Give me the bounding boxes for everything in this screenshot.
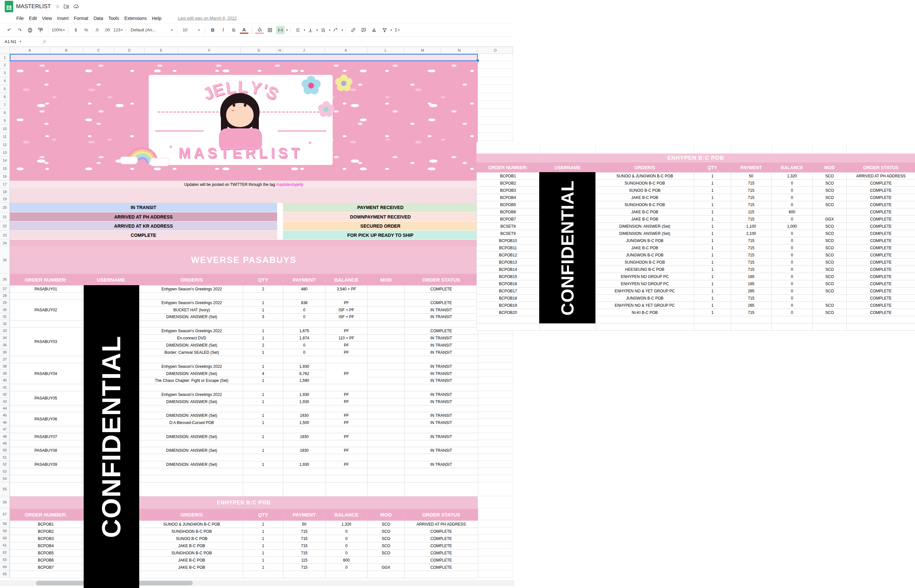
cell-order-number[interactable]: PASABUY07: [10, 433, 82, 440]
column-header-N[interactable]: N: [441, 47, 478, 54]
pink-band-rows-18-19[interactable]: [10, 188, 478, 203]
cell-order-status[interactable]: IN TRANSIT: [404, 398, 478, 405]
cell-qty[interactable]: 1: [243, 307, 283, 313]
empty-cell[interactable]: [141, 468, 243, 475]
empty-cell[interactable]: [283, 356, 325, 363]
grid-cell-O53[interactable]: [478, 468, 513, 475]
row-header-30[interactable]: 30: [0, 306, 10, 313]
empty-cell[interactable]: [404, 405, 478, 412]
column-header-O[interactable]: O: [478, 47, 513, 54]
cell-orders[interactable]: DIMENSION: ANSWER (Set): [141, 461, 243, 468]
cell-order-status[interactable]: IN TRANSIT: [404, 412, 478, 419]
row-header-52[interactable]: 52: [0, 461, 10, 468]
font-select[interactable]: Default (Ari...▾: [129, 26, 174, 34]
cell-qty[interactable]: 2: [243, 286, 283, 293]
cell-balance[interactable]: ISF + PF: [325, 307, 368, 313]
empty-cell[interactable]: [243, 384, 283, 391]
row-header-38[interactable]: 38: [0, 363, 10, 370]
cell-qty[interactable]: 1: [243, 349, 283, 356]
legend-arrived-at-kr-address[interactable]: ARRIVED AT KR ADDRESS: [10, 221, 277, 231]
cell-order-number[interactable]: BCPOB4: [10, 542, 82, 549]
cell-order-number[interactable]: BCPOB5: [10, 549, 82, 557]
cell-order-number[interactable]: BCPOB7: [10, 564, 82, 571]
grid-cell-O62[interactable]: [478, 549, 513, 556]
cell-qty[interactable]: 1: [243, 334, 283, 342]
row-header-44[interactable]: 44: [0, 405, 10, 412]
cell-mod[interactable]: [368, 447, 404, 454]
cell-balance[interactable]: PF: [325, 461, 368, 468]
grid-cell-O42[interactable]: [478, 391, 513, 398]
empty-cell[interactable]: [10, 356, 82, 363]
cell-order-number[interactable]: BCPOB1: [10, 521, 82, 528]
row-header-63[interactable]: 63: [0, 556, 10, 563]
grid-cell-O3[interactable]: [478, 69, 513, 77]
cell-order-status[interactable]: COMPLETE: [404, 557, 478, 564]
column-header-G[interactable]: G: [241, 47, 277, 54]
paint-format-icon[interactable]: [36, 26, 45, 34]
cell-order-status[interactable]: IN TRANSIT: [404, 419, 478, 426]
empty-cell[interactable]: [283, 571, 325, 578]
cell-order-status[interactable]: COMPLETE: [404, 535, 478, 542]
empty-cell[interactable]: [404, 454, 478, 461]
cell-order-status[interactable]: COMPLETE: [404, 300, 478, 307]
cell-qty[interactable]: 3: [243, 313, 283, 320]
cell-payment[interactable]: 1,930: [283, 398, 325, 405]
grid-cell-O38[interactable]: [478, 363, 513, 370]
cell-mod[interactable]: [368, 557, 404, 564]
empty-cell[interactable]: [283, 483, 325, 496]
cell-payment[interactable]: 1,500: [283, 419, 325, 426]
empty-cell[interactable]: [368, 475, 404, 483]
cell-order-number[interactable]: PASABUY05: [10, 391, 82, 405]
grid-cell-O57[interactable]: [478, 508, 513, 520]
row-header-23[interactable]: 23: [0, 231, 10, 240]
empty-cell[interactable]: [368, 405, 404, 412]
cell-mod[interactable]: SCO: [368, 521, 404, 528]
cell-mod[interactable]: [368, 461, 404, 468]
empty-cell[interactable]: [141, 483, 243, 496]
row-header-65[interactable]: 65: [0, 570, 10, 578]
legend-arrived-at-ph-address[interactable]: ARRIVED AT PH ADDRESS: [10, 212, 277, 221]
empty-cell[interactable]: [141, 356, 243, 363]
empty-cell[interactable]: [10, 426, 82, 433]
insert-link-icon[interactable]: [349, 26, 357, 34]
column-header-K[interactable]: K: [325, 47, 367, 54]
grid-cell-O52[interactable]: [478, 461, 513, 468]
cell-payment[interactable]: 715: [283, 535, 325, 542]
menu-extensions[interactable]: Extensions: [121, 15, 149, 22]
row-header-15[interactable]: 15: [0, 165, 10, 173]
empty-cell[interactable]: [325, 454, 368, 461]
empty-cell[interactable]: [368, 468, 404, 475]
row-header-49[interactable]: 49: [0, 440, 10, 447]
cell-orders[interactable]: Enhypen Season's Greetings 2022: [141, 300, 243, 307]
strikethrough-icon[interactable]: S: [230, 26, 238, 34]
grid-cell-O43[interactable]: [478, 398, 513, 405]
grid-cell-O35[interactable]: [478, 341, 513, 349]
format-percent-icon[interactable]: %: [82, 26, 91, 34]
row-header-50[interactable]: 50: [0, 447, 10, 454]
legend-complete[interactable]: COMPLETE: [10, 231, 277, 240]
cell-mod[interactable]: [368, 313, 404, 320]
filter-icon[interactable]: [380, 26, 389, 34]
cell-qty[interactable]: 1: [243, 398, 283, 405]
empty-cell[interactable]: [243, 468, 283, 475]
cell-orders[interactable]: JAKE B-C POB: [141, 564, 243, 571]
column-header-J[interactable]: J: [283, 47, 325, 54]
name-box[interactable]: A1:N1▾: [0, 39, 35, 44]
row-header-1[interactable]: 1: [0, 54, 10, 61]
grid-cell-O59[interactable]: [478, 527, 513, 535]
text-rotation-dropdown[interactable]: ▾: [341, 28, 343, 32]
row-header-59[interactable]: 59: [0, 527, 10, 535]
empty-cell[interactable]: [141, 384, 243, 391]
cell-order-status[interactable]: IN TRANSIT: [404, 461, 478, 468]
updates-note-row[interactable]: Updates will be posted on TWITTER throug…: [10, 181, 478, 188]
column-username[interactable]: USERNAME: [82, 274, 141, 286]
menu-tools[interactable]: Tools: [106, 15, 122, 22]
column-order-s[interactable]: ORDER/S: [141, 274, 243, 286]
cell-order-number[interactable]: BCPOB3: [10, 535, 82, 542]
empty-cell[interactable]: [404, 426, 478, 433]
empty-cell[interactable]: [404, 356, 478, 363]
column-order-status[interactable]: ORDER STATUS: [404, 274, 478, 286]
cell-balance[interactable]: PF: [325, 328, 368, 334]
empty-cell[interactable]: [243, 454, 283, 461]
cell-qty[interactable]: 1: [243, 549, 283, 557]
